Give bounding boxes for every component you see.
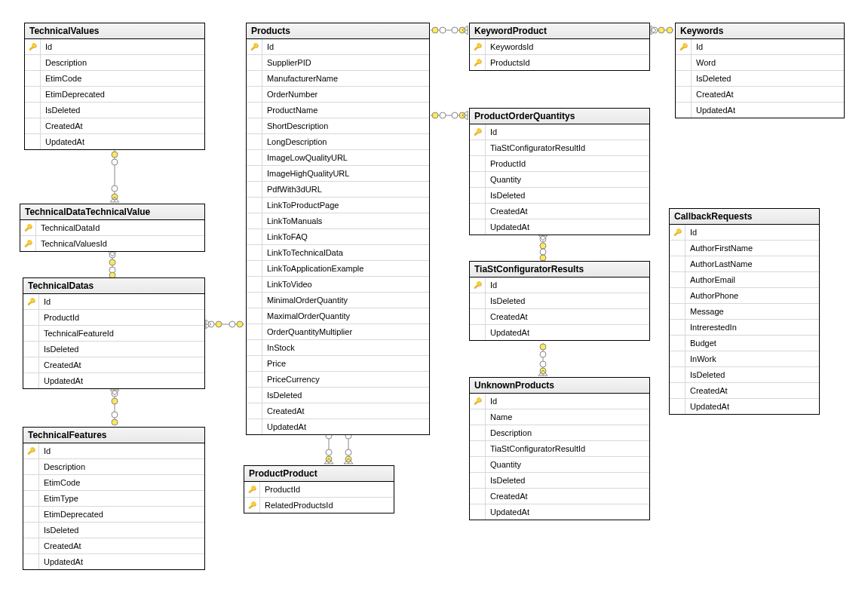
attr-row[interactable]: ImageLowQualityURL xyxy=(247,150,429,166)
attr-row[interactable]: EtimCode xyxy=(23,475,204,491)
attr-row[interactable]: UpdatedAt xyxy=(670,399,819,414)
attr-row[interactable]: Quantity xyxy=(470,172,649,188)
attr-row[interactable]: LinkToProductPage xyxy=(247,198,429,213)
attr-row[interactable]: SupplierPID xyxy=(247,55,429,71)
attr-row[interactable]: IsDeleted xyxy=(470,188,649,204)
attr-row[interactable]: UpdatedAt xyxy=(470,219,649,235)
attr-row[interactable]: IsDeleted xyxy=(25,103,204,118)
entity-TV[interactable]: TechnicalValues🔑IdDescriptionEtimCodeEti… xyxy=(24,23,205,150)
attr-row[interactable]: UpdatedAt xyxy=(25,134,204,149)
attr-row[interactable]: 🔑Id xyxy=(23,294,204,310)
attr-row[interactable]: 🔑Id xyxy=(676,39,844,55)
attr-row[interactable]: CreatedAt xyxy=(670,383,819,399)
attr-row[interactable]: TiaStConfiguratorResultId xyxy=(470,441,649,457)
attr-row[interactable]: TechnicalFeatureId xyxy=(23,326,204,342)
attr-row[interactable]: LinkToTechnicalData xyxy=(247,245,429,261)
attr-row[interactable]: UpdatedAt xyxy=(23,554,204,569)
attr-row[interactable]: AuthorPhone xyxy=(670,288,819,304)
attr-row[interactable]: EtimDeprecated xyxy=(25,87,204,103)
attr-row[interactable]: Message xyxy=(670,304,819,320)
attr-row[interactable]: 🔑TechnicalDataId xyxy=(20,220,204,236)
attr-row[interactable]: LinkToManuals xyxy=(247,213,429,229)
attr-row[interactable]: 🔑Id xyxy=(470,124,649,140)
entity-PR[interactable]: Products🔑IdSupplierPIDManufacturerNameOr… xyxy=(246,23,430,435)
entity-KP[interactable]: KeywordProduct🔑KeywordsId🔑ProductsId xyxy=(469,23,650,71)
attr-row[interactable]: Quantity xyxy=(470,457,649,473)
attr-row[interactable]: 🔑ProductId xyxy=(244,482,394,498)
attr-row[interactable]: EtimCode xyxy=(25,71,204,87)
attr-row[interactable]: 🔑KeywordsId xyxy=(470,39,649,55)
entity-UNK[interactable]: UnknownProducts🔑IdNameDescriptionTiaStCo… xyxy=(469,377,650,520)
attr-row[interactable]: 🔑Id xyxy=(670,225,819,241)
attr-row[interactable]: LinkToFAQ xyxy=(247,229,429,245)
attr-row[interactable]: Price xyxy=(247,356,429,372)
entity-CBR[interactable]: CallbackRequests🔑IdAuthorFirstNameAuthor… xyxy=(669,208,820,415)
attr-row[interactable]: AuthorEmail xyxy=(670,272,819,288)
attr-row[interactable]: 🔑Id xyxy=(470,394,649,409)
attr-row[interactable]: 🔑Id xyxy=(247,39,429,55)
attr-row[interactable]: InStock xyxy=(247,340,429,356)
attr-row[interactable]: ShortDescription xyxy=(247,118,429,134)
entity-POQ[interactable]: ProductOrderQuantitys🔑IdTiaStConfigurato… xyxy=(469,108,650,235)
attr-row[interactable]: UpdatedAt xyxy=(470,504,649,520)
attr-row[interactable]: Budget xyxy=(670,336,819,351)
attr-row[interactable]: UpdatedAt xyxy=(247,419,429,434)
entity-TF[interactable]: TechnicalFeatures🔑IdDescriptionEtimCodeE… xyxy=(23,427,205,570)
attr-row[interactable]: IsDeleted xyxy=(247,388,429,403)
attr-row[interactable]: UpdatedAt xyxy=(23,373,204,388)
attr-row[interactable]: EtimDeprecated xyxy=(23,507,204,523)
attr-row[interactable]: ProductName xyxy=(247,103,429,118)
attr-row[interactable]: CreatedAt xyxy=(676,87,844,103)
attr-row[interactable]: MaximalOrderQuantity xyxy=(247,308,429,324)
attr-row[interactable]: 🔑ProductsId xyxy=(470,55,649,70)
attr-row[interactable]: ProductId xyxy=(470,156,649,172)
attr-row[interactable]: CreatedAt xyxy=(470,489,649,504)
attr-row[interactable]: CreatedAt xyxy=(247,403,429,419)
attr-row[interactable]: Word xyxy=(676,55,844,71)
attr-row[interactable]: ManufacturerName xyxy=(247,71,429,87)
attr-row[interactable]: LinkToVideo xyxy=(247,277,429,293)
attr-row[interactable]: Name xyxy=(470,409,649,425)
attr-row[interactable]: ImageHighQualityURL xyxy=(247,166,429,182)
attr-row[interactable]: 🔑Id xyxy=(25,39,204,55)
attr-row[interactable]: CreatedAt xyxy=(25,118,204,134)
entity-TDTV[interactable]: TechnicalDataTechnicalValue🔑TechnicalDat… xyxy=(20,204,205,252)
attr-row[interactable]: 🔑Id xyxy=(470,277,649,293)
attr-row[interactable]: 🔑RelatedProductsId xyxy=(244,498,394,513)
attr-row[interactable]: Description xyxy=(25,55,204,71)
attr-row[interactable]: 🔑TechnicalValuesId xyxy=(20,236,204,251)
attr-row[interactable]: CreatedAt xyxy=(470,204,649,219)
entity-TSCR[interactable]: TiaStConfiguratorResults🔑IdIsDeletedCrea… xyxy=(469,261,650,341)
attr-row[interactable]: TiaStConfiguratorResultId xyxy=(470,140,649,156)
attr-row[interactable]: 🔑Id xyxy=(23,443,204,459)
attr-row[interactable]: IsDeleted xyxy=(470,473,649,489)
attr-row[interactable]: AuthorFirstName xyxy=(670,241,819,256)
attr-row[interactable]: CreatedAt xyxy=(23,357,204,373)
attr-row[interactable]: CreatedAt xyxy=(470,309,649,325)
attr-row[interactable]: EtimType xyxy=(23,491,204,507)
attr-row[interactable]: OrderNumber xyxy=(247,87,429,103)
attr-row[interactable]: LinkToApplicationExample xyxy=(247,261,429,277)
attr-row[interactable]: IsDeleted xyxy=(670,367,819,383)
attr-row[interactable]: UpdatedAt xyxy=(676,103,844,118)
attr-row[interactable]: OrderQuantityMultiplier xyxy=(247,324,429,340)
attr-row[interactable]: IntrerestedIn xyxy=(670,320,819,336)
entity-TD[interactable]: TechnicalDatas🔑IdProductIdTechnicalFeatu… xyxy=(23,277,205,389)
attr-row[interactable]: IsDeleted xyxy=(470,293,649,309)
entity-KW[interactable]: Keywords🔑IdWordIsDeletedCreatedAtUpdated… xyxy=(675,23,845,118)
attr-row[interactable]: PdfWith3dURL xyxy=(247,182,429,198)
attr-row[interactable]: ProductId xyxy=(23,310,204,326)
attr-row[interactable]: PriceCurrency xyxy=(247,372,429,388)
attr-row[interactable]: CreatedAt xyxy=(23,538,204,554)
attr-row[interactable]: MinimalOrderQuantity xyxy=(247,293,429,308)
attr-row[interactable]: Description xyxy=(23,459,204,475)
attr-row[interactable]: InWork xyxy=(670,351,819,367)
attr-row[interactable]: IsDeleted xyxy=(676,71,844,87)
entity-PP[interactable]: ProductProduct🔑ProductId🔑RelatedProducts… xyxy=(244,465,394,513)
attr-row[interactable]: LongDescription xyxy=(247,134,429,150)
attr-row[interactable]: UpdatedAt xyxy=(470,325,649,340)
attr-row[interactable]: Description xyxy=(470,425,649,441)
attr-row[interactable]: IsDeleted xyxy=(23,342,204,357)
attr-row[interactable]: AuthorLastName xyxy=(670,256,819,272)
attr-row[interactable]: IsDeleted xyxy=(23,523,204,538)
